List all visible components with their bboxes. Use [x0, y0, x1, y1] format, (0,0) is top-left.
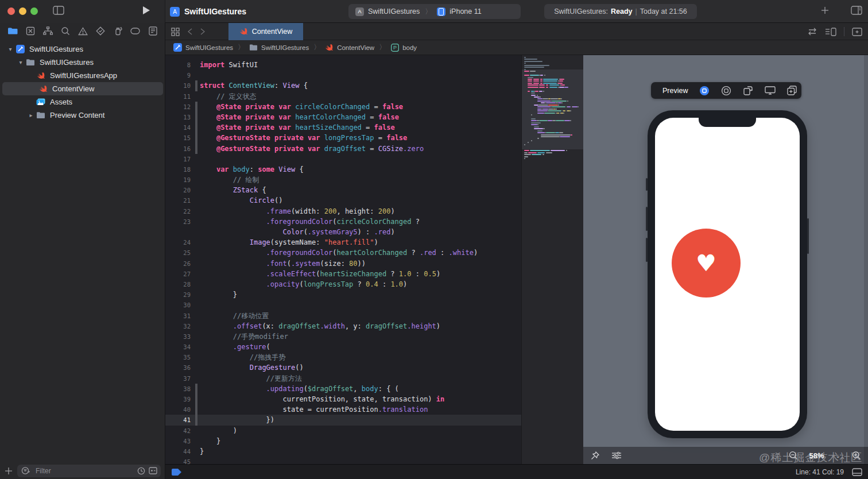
preview-settings-icon[interactable] [611, 451, 622, 459]
code-line-42[interactable]: 42 ) [165, 426, 521, 436]
breakpoints-toggle-icon[interactable] [171, 468, 182, 476]
red-circle-view[interactable]: ♥ [672, 229, 741, 298]
filter-field[interactable]: Filter [17, 465, 161, 477]
add-file-icon[interactable] [5, 467, 13, 475]
swap-arrows-icon[interactable] [807, 28, 817, 36]
scheme-destination-label[interactable]: iPhone 11 [450, 7, 481, 16]
preview-on-device-icon[interactable] [765, 86, 776, 95]
device-screen[interactable]: ♥ [655, 118, 800, 431]
code-line-33[interactable]: 33 //手势modifier [165, 331, 521, 342]
rotate-device-icon[interactable] [743, 86, 753, 95]
code-line-29[interactable]: 29 } [165, 289, 521, 300]
code-line-43[interactable]: 43 } [165, 436, 521, 446]
code-line-9[interactable]: 9 [165, 70, 521, 80]
code-line-17[interactable]: 17 [165, 154, 521, 164]
source-editor[interactable]: 8import SwiftUI910struct ContentView: Vi… [165, 55, 521, 464]
selectable-mode-icon[interactable] [721, 86, 731, 96]
code-line-8[interactable]: 8import SwiftUI [165, 60, 521, 70]
breadcrumb-item[interactable]: body [402, 44, 417, 51]
breadcrumb-item[interactable]: SwiftUIGestures [185, 44, 233, 51]
editor-panel-toggle-icon[interactable] [851, 6, 862, 15]
scheme-selector[interactable]: A SwiftUIGestures 〉 iPhone 11 [348, 4, 521, 19]
source-control-navigator-icon[interactable] [25, 25, 36, 37]
file-tree-item-assets[interactable]: Assets [0, 95, 165, 109]
code-line-45[interactable]: 45 [165, 457, 521, 464]
debug-navigator-icon[interactable] [112, 25, 123, 37]
code-line-39[interactable]: 39 currentPosition, state, transaction) … [165, 394, 521, 404]
code-line-19[interactable]: 19 // 绘制 [165, 175, 521, 185]
file-tree-item-swiftuigesturesapp[interactable]: SwiftUIGesturesApp [0, 69, 165, 82]
forward-chevron-icon[interactable] [200, 28, 205, 35]
code-line-27[interactable]: 27 .scaleEffect(heartSizeChanged ? 1.0 :… [165, 269, 521, 279]
code-line-11[interactable]: 11 // 定义状态 [165, 91, 521, 102]
code-line-28[interactable]: 28 .opacity(longPressTap ? 0.4 : 1.0) [165, 279, 521, 289]
code-line-44[interactable]: 44} [165, 446, 521, 457]
code-line-40[interactable]: 40 state = currentPosition.translation [165, 404, 521, 415]
code-line-21[interactable]: 21 Circle() [165, 195, 521, 206]
find-navigator-icon[interactable] [60, 25, 71, 37]
report-navigator-icon[interactable] [147, 25, 158, 37]
run-button[interactable] [142, 6, 150, 15]
code-line-24[interactable]: 24 Image(systemName: "heart.fill") [165, 237, 521, 248]
disclosure-chevron-icon[interactable]: ▾ [6, 46, 15, 52]
add-button[interactable] [821, 6, 829, 14]
code-line-34[interactable]: 34 .gesture( [165, 342, 521, 352]
tab-contentview[interactable]: ContentView [228, 23, 303, 40]
code-line-36[interactable]: 36 DragGesture() [165, 362, 521, 373]
code-line-26[interactable]: 26 .font(.system(size: 80)) [165, 258, 521, 269]
project-navigator-icon[interactable] [7, 25, 18, 37]
zoom-window-button[interactable] [30, 7, 38, 15]
close-window-button[interactable] [7, 7, 15, 15]
back-chevron-icon[interactable] [188, 28, 192, 35]
navigator-filter-bar: Filter [0, 462, 165, 479]
code-line-15[interactable]: 15 @GestureState private var longPressTa… [165, 133, 521, 143]
file-tree-item-contentview[interactable]: ContentView [2, 82, 163, 95]
breadcrumb-item[interactable]: SwiftUIGestures [261, 44, 309, 51]
duplicate-preview-icon[interactable] [787, 86, 797, 95]
live-preview-icon[interactable] [699, 86, 710, 96]
pin-preview-icon[interactable] [590, 451, 600, 461]
zoom-in-icon[interactable] [852, 451, 861, 460]
zoom-out-icon[interactable] [789, 451, 798, 460]
code-line-30[interactable]: 30 [165, 300, 521, 310]
sidebar-toggle-icon[interactable] [53, 6, 64, 15]
disclosure-chevron-icon[interactable]: ▾ [16, 59, 25, 65]
code-line-20[interactable]: 20 ZStack { [165, 185, 521, 195]
code-line-18[interactable]: 18 var body: some View { [165, 164, 521, 175]
recent-files-icon[interactable] [137, 467, 145, 475]
file-tree-item-preview content[interactable]: ▸Preview Content [0, 109, 165, 122]
disclosure-chevron-icon[interactable]: ▸ [26, 112, 36, 118]
code-line-35[interactable]: 35 //拖拽手势 [165, 352, 521, 362]
code-line-37[interactable]: 37 //更新方法 [165, 373, 521, 384]
code-line-31[interactable]: 31 //移动位置 [165, 311, 521, 321]
console-toggle-icon[interactable] [852, 468, 862, 476]
code-line-32[interactable]: 32 .offset(x: dragOffset.width, y: dragO… [165, 321, 521, 331]
editor-options-icon[interactable] [825, 28, 836, 36]
code-line-13[interactable]: 13 @State private var heartColorChanged … [165, 112, 521, 122]
zoom-chevron-down-icon[interactable]: ⌄ [836, 453, 840, 459]
code-line-12[interactable]: 12 @State private var circleColorChanged… [165, 102, 521, 112]
file-tree-item-swiftuigestures[interactable]: ▾SwiftUIGestures [0, 43, 165, 56]
breakpoint-navigator-icon[interactable] [130, 25, 141, 37]
code-line-41[interactable]: 41 }) [165, 415, 521, 425]
code-line-10[interactable]: 10struct ContentView: View { [165, 80, 521, 91]
code-line-wrap[interactable]: Color(.systemGray5) : .red) [165, 227, 521, 237]
add-editor-icon[interactable] [852, 28, 862, 36]
code-line-14[interactable]: 14 @State private var heartSizeChanged =… [165, 122, 521, 133]
code-line-38[interactable]: 38 .updating($dragOffset, body: { ( [165, 384, 521, 394]
minimize-window-button[interactable] [19, 7, 26, 15]
related-items-icon[interactable] [171, 28, 180, 36]
file-tree-item-swiftuigestures[interactable]: ▾SwiftUIGestures [0, 56, 165, 69]
issue-navigator-icon[interactable] [77, 25, 88, 37]
editor-minimap[interactable] [521, 55, 583, 464]
scheme-project-label[interactable]: SwiftUIGestures [368, 7, 420, 16]
code-line-23[interactable]: 23 .foregroundColor(circleColorChanged ? [165, 217, 521, 227]
scm-status-filter-icon[interactable] [149, 467, 157, 474]
zoom-level[interactable]: 58% [809, 451, 824, 460]
symbol-navigator-icon[interactable] [42, 25, 53, 37]
code-line-25[interactable]: 25 .foregroundColor(heartColorChanged ? … [165, 248, 521, 258]
code-line-22[interactable]: 22 .frame(width: 200, height: 200) [165, 206, 521, 217]
code-line-16[interactable]: 16 @GestureState private var dragOffset … [165, 144, 521, 154]
breadcrumb-item[interactable]: ContentView [337, 44, 374, 51]
test-navigator-icon[interactable] [95, 25, 106, 37]
